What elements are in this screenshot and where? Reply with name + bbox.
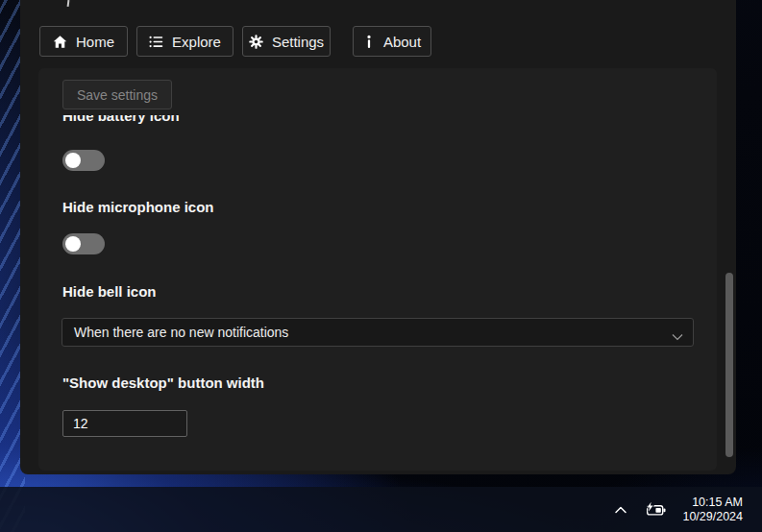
taskbar-clock[interactable]: 10:15 AM 10/29/2024: [682, 496, 743, 524]
toggle-knob: [65, 236, 81, 252]
hide-microphone-icon-toggle[interactable]: [62, 233, 105, 254]
nav-about-label: About: [383, 34, 421, 50]
nav-settings-button[interactable]: Settings: [242, 26, 331, 57]
list-icon: [149, 35, 163, 49]
hide-battery-icon-toggle[interactable]: [62, 150, 105, 171]
home-icon: [53, 35, 67, 49]
toggle-knob: [65, 153, 81, 168]
hide-bell-icon-dropdown[interactable]: When there are no new notifications: [61, 318, 694, 347]
info-icon: [363, 35, 375, 49]
nav-explore-label: Explore: [172, 34, 221, 50]
chevron-down-icon: [672, 328, 683, 344]
nav-home-label: Home: [76, 34, 114, 50]
nav-explore-button[interactable]: Explore: [136, 26, 234, 57]
clock-time: 10:15 AM: [682, 496, 743, 510]
hide-microphone-icon-label: Hide microphone icon: [62, 198, 214, 217]
nav-about-button[interactable]: About: [353, 26, 431, 57]
settings-panel: Save settings Hide battery icon Hide mic…: [38, 68, 717, 471]
clock-date: 10/29/2024: [682, 510, 743, 524]
gear-icon: [249, 35, 263, 49]
dropdown-selected-value: When there are no new notifications: [74, 325, 288, 340]
desktop: Home Explore: [0, 0, 762, 532]
taskbar: 10:15 AM 10/29/2024: [0, 487, 762, 532]
nav-settings-label: Settings: [272, 34, 324, 50]
nav-home-button[interactable]: Home: [39, 26, 128, 57]
app-window: Home Explore: [20, 0, 736, 474]
show-desktop-width-input[interactable]: [62, 410, 187, 437]
clipped-element-artifact: [67, 0, 70, 7]
settings-scroll-area: Hide battery icon Hide microphone icon H…: [38, 115, 717, 471]
hide-bell-icon-label: Hide bell icon: [62, 282, 157, 302]
system-tray: 10:15 AM 10/29/2024: [613, 487, 743, 532]
battery-charging-icon[interactable]: [643, 501, 668, 519]
show-desktop-width-label: "Show desktop" button width: [62, 374, 264, 393]
save-settings-button[interactable]: Save settings: [62, 80, 172, 109]
tray-chevron-up-icon[interactable]: [613, 505, 628, 515]
hide-battery-icon-label: Hide battery icon: [62, 115, 180, 126]
scrollbar-thumb[interactable]: [725, 273, 733, 457]
